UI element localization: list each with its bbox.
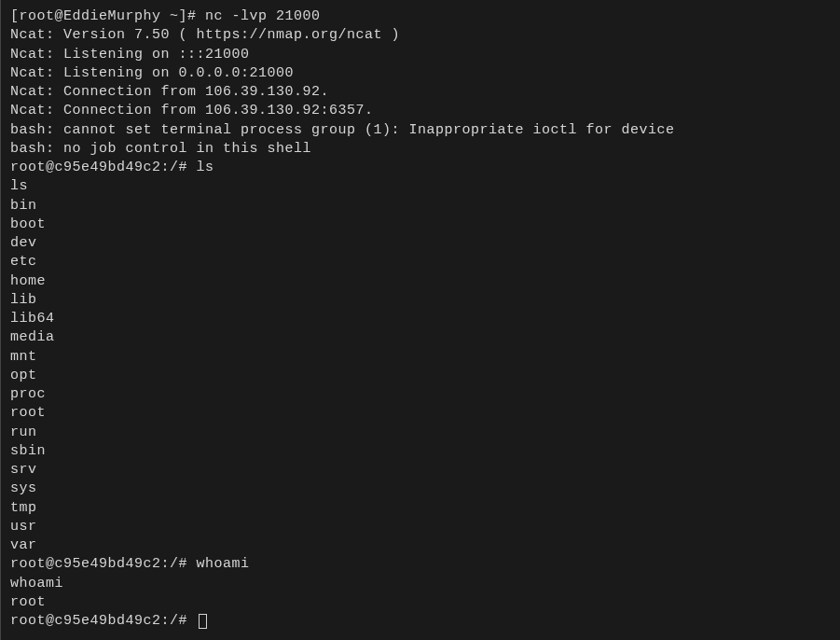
terminal-line: boot [10, 216, 831, 234]
terminal-line: media [10, 328, 831, 347]
terminal-line: etc [10, 253, 831, 271]
terminal-line: dev [10, 234, 831, 253]
terminal-line: home [10, 272, 831, 291]
terminal-line: Ncat: Connection from 106.39.130.92:6357… [10, 102, 831, 120]
terminal-output[interactable]: [root@EddieMurphy ~]# nc -lvp 21000 Ncat… [10, 7, 831, 631]
terminal-line: bash: no job control in this shell [10, 140, 831, 159]
terminal-line: root@c95e49bd49c2:/# ls [10, 159, 831, 177]
terminal-line: whoami [10, 575, 831, 593]
terminal-line: lib [10, 291, 831, 310]
terminal-prompt-line: root@c95e49bd49c2:/# [10, 612, 831, 631]
terminal-line: run [10, 424, 831, 442]
terminal-line: Ncat: Connection from 106.39.130.92. [10, 83, 831, 102]
terminal-line: lib64 [10, 310, 831, 328]
terminal-line: root [10, 593, 831, 612]
terminal-line: Ncat: Version 7.50 ( https://nmap.org/nc… [10, 26, 831, 45]
terminal-line: Ncat: Listening on :::21000 [10, 46, 831, 64]
terminal-line: root [10, 404, 831, 423]
terminal-line: Ncat: Listening on 0.0.0.0:21000 [10, 64, 831, 83]
terminal-line: mnt [10, 348, 831, 367]
cursor-icon [199, 614, 207, 629]
terminal-line: srv [10, 461, 831, 480]
terminal-line: ls [10, 177, 831, 196]
terminal-line: sbin [10, 442, 831, 461]
terminal-line: opt [10, 367, 831, 385]
terminal-line: var [10, 536, 831, 555]
terminal-line: [root@EddieMurphy ~]# nc -lvp 21000 [10, 7, 831, 26]
terminal-line: proc [10, 385, 831, 404]
terminal-line: sys [10, 480, 831, 498]
terminal-line: bin [10, 197, 831, 216]
terminal-prompt: root@c95e49bd49c2:/# [10, 613, 197, 629]
terminal-line: bash: cannot set terminal process group … [10, 121, 831, 140]
terminal-line: usr [10, 518, 831, 536]
terminal-line: tmp [10, 499, 831, 518]
terminal-line: root@c95e49bd49c2:/# whoami [10, 555, 831, 574]
